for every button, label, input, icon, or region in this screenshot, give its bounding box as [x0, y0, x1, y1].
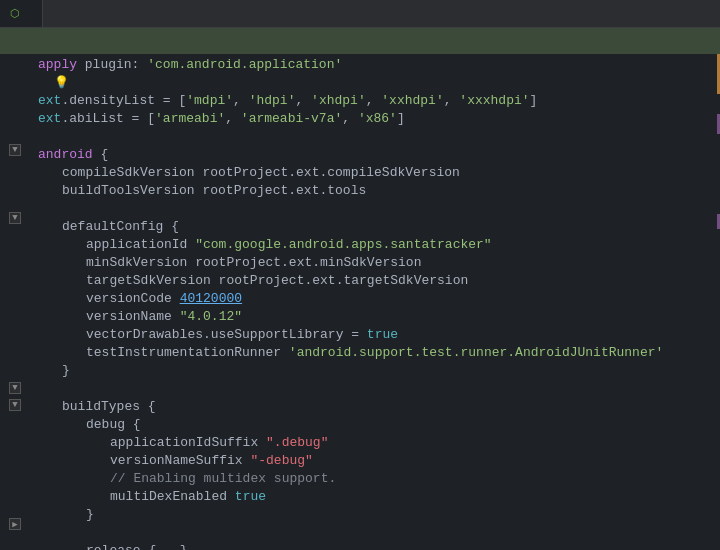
- token-bool: true: [367, 326, 398, 344]
- code-line: buildToolsVersion rootProject.ext.tools: [38, 182, 712, 200]
- token-plain: targetSdkVersion rootProject.ext.targetS…: [86, 272, 468, 290]
- token-str: 'armeabi-v7a': [241, 110, 342, 128]
- token-kw2: ext: [38, 92, 61, 110]
- token-plain: ,: [295, 92, 311, 110]
- token-plain: [38, 74, 54, 92]
- code-line: apply plugin: 'com.android.application': [38, 56, 712, 74]
- token-str: 'mdpi': [186, 92, 233, 110]
- line-gutter: ▼▼▼▼▶: [0, 54, 30, 550]
- token-plain: minSdkVersion rootProject.ext.minSdkVers…: [86, 254, 421, 272]
- code-line: targetSdkVersion rootProject.ext.targetS…: [38, 272, 712, 290]
- code-line: defaultConfig {: [38, 218, 712, 236]
- code-line: 💡: [38, 74, 712, 92]
- token-str: 'com.android.application': [147, 56, 342, 74]
- code-line: ext.densityList = ['mdpi', 'hdpi', 'xhdp…: [38, 92, 712, 110]
- token-str2: "-debug": [250, 452, 312, 470]
- code-line: // Enabling multidex support.: [38, 470, 712, 488]
- token-plain: buildToolsVersion rootProject.ext.tools: [62, 182, 366, 200]
- token-plain: ,: [225, 110, 241, 128]
- code-line: }: [38, 506, 712, 524]
- token-kw: android: [38, 146, 93, 164]
- code-editor[interactable]: apply plugin: 'com.android.application' …: [30, 54, 712, 550]
- token-str: 'xhdpi': [311, 92, 366, 110]
- token-str: 'xxhdpi': [381, 92, 443, 110]
- code-line: applicationIdSuffix ".debug": [38, 434, 712, 452]
- token-plain: versionCode: [86, 290, 180, 308]
- token-bool: true: [235, 488, 266, 506]
- token-plain: compileSdkVersion rootProject.ext.compil…: [62, 164, 460, 182]
- token-plain: ,: [342, 110, 358, 128]
- token-plain: versionNameSuffix: [110, 452, 250, 470]
- token-plain: vectorDrawables.useSupportLibrary =: [86, 326, 367, 344]
- token-plain: {...}: [148, 542, 187, 550]
- token-str: "4.0.12": [180, 308, 242, 326]
- token-str: 'armeabi': [155, 110, 225, 128]
- token-comment: // Enabling multidex support.: [110, 470, 336, 488]
- token-plain: buildTypes {: [62, 398, 156, 416]
- tab-bar: ⬡: [0, 0, 720, 28]
- code-line: multiDexEnabled true: [38, 488, 712, 506]
- token-plain: }: [86, 506, 94, 524]
- token-plain: multiDexEnabled: [110, 488, 235, 506]
- code-line: release {...}: [38, 542, 712, 550]
- code-line: [38, 380, 712, 398]
- token-plain: {: [93, 146, 109, 164]
- token-str2: ".debug": [266, 434, 328, 452]
- token-plain: ,: [444, 92, 460, 110]
- token-plain: defaultConfig {: [62, 218, 179, 236]
- token-plain: .densityList = [: [61, 92, 186, 110]
- code-line: versionCode 40120000: [38, 290, 712, 308]
- fold-toggle[interactable]: ▶: [9, 518, 21, 530]
- code-line: [38, 200, 712, 218]
- code-line: ext.abiList = ['armeabi', 'armeabi-v7a',…: [38, 110, 712, 128]
- fold-toggle[interactable]: ▼: [9, 399, 21, 411]
- token-kw2: ext: [38, 110, 61, 128]
- code-line: buildTypes {: [38, 398, 712, 416]
- token-plain: release: [86, 542, 148, 550]
- editor-area: ▼▼▼▼▶ apply plugin: 'com.android.applica…: [0, 54, 720, 550]
- status-bar: [0, 28, 720, 54]
- code-line: versionNameSuffix "-debug": [38, 452, 712, 470]
- token-plain: ,: [366, 92, 382, 110]
- token-str: 'hdpi': [249, 92, 296, 110]
- token-plain: debug {: [86, 416, 141, 434]
- code-line: }: [38, 362, 712, 380]
- token-num: 40120000: [180, 290, 242, 308]
- code-line: vectorDrawables.useSupportLibrary = true: [38, 326, 712, 344]
- token-plain: testInstrumentationRunner: [86, 344, 289, 362]
- token-plain: }: [62, 362, 70, 380]
- token-bulb: 💡: [54, 74, 69, 92]
- token-str: 'x86': [358, 110, 397, 128]
- scrollbar[interactable]: [712, 54, 720, 550]
- token-plain: ,: [233, 92, 249, 110]
- token-str: "com.google.android.apps.santatracker": [195, 236, 491, 254]
- token-plain: applicationIdSuffix: [110, 434, 266, 452]
- fold-toggle[interactable]: ▼: [9, 144, 21, 156]
- token-plain: ]: [397, 110, 405, 128]
- token-plain: .abiList = [: [61, 110, 155, 128]
- code-line: applicationId "com.google.android.apps.s…: [38, 236, 712, 254]
- code-line: [38, 128, 712, 146]
- token-plain: versionName: [86, 308, 180, 326]
- token-str: 'android.support.test.runner.AndroidJUni…: [289, 344, 663, 362]
- code-line: debug {: [38, 416, 712, 434]
- token-str: 'xxxhdpi': [459, 92, 529, 110]
- code-line: versionName "4.0.12": [38, 308, 712, 326]
- tab-build-gradle[interactable]: ⬡: [0, 0, 43, 27]
- fold-toggle[interactable]: ▼: [9, 212, 21, 224]
- token-plain: applicationId: [86, 236, 195, 254]
- code-line: compileSdkVersion rootProject.ext.compil…: [38, 164, 712, 182]
- tab-gradle-icon: ⬡: [10, 7, 20, 20]
- code-line: minSdkVersion rootProject.ext.minSdkVers…: [38, 254, 712, 272]
- token-plain: ]: [530, 92, 538, 110]
- fold-toggle[interactable]: ▼: [9, 382, 21, 394]
- code-line: android {: [38, 146, 712, 164]
- token-kw: apply: [38, 56, 77, 74]
- code-line: testInstrumentationRunner 'android.suppo…: [38, 344, 712, 362]
- token-plain: plugin:: [77, 56, 147, 74]
- code-line: [38, 524, 712, 542]
